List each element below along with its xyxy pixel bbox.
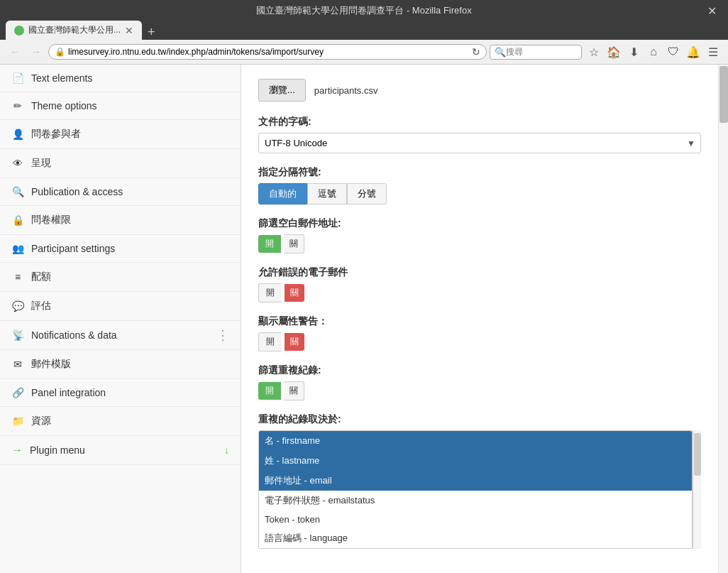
lock-icon: 🔒 xyxy=(11,214,24,226)
tabs-bar: 國立臺灣師範大學公用... ✕ + xyxy=(6,21,722,40)
window-title: 國立臺灣師範大學公用問卷調查平台 - Mozilla Firefox xyxy=(256,4,471,17)
dup-decide-label: 重複的紀錄取決於: xyxy=(258,413,701,426)
tab-close-button[interactable]: ✕ xyxy=(125,25,133,36)
main-scrollbar[interactable] xyxy=(718,65,728,573)
shield-button[interactable]: 🛡 xyxy=(664,43,683,61)
filter-blank-section: 篩選空白郵件地址: 開 關 xyxy=(258,217,701,253)
sidebar-item-quota[interactable]: ≡ 配額 xyxy=(0,263,241,292)
filter-dup-on-button[interactable]: 開 xyxy=(258,382,281,400)
list-item-emailstatus[interactable]: 電子郵件狀態 - emailstatus xyxy=(259,491,692,511)
back-button[interactable]: ← xyxy=(6,43,24,61)
sidebar-item-notifications[interactable]: 📡 Notifications & data ⋮ xyxy=(0,321,241,350)
drag-handle: ⋮ xyxy=(216,329,229,342)
main-scroll-thumb xyxy=(719,66,728,123)
sidebar-label-presentation: 呈現 xyxy=(31,157,51,170)
url-input[interactable] xyxy=(68,47,469,57)
sidebar-label-participant-settings: Participant settings xyxy=(31,243,115,254)
sidebar-item-participants[interactable]: 👤 問卷參與者 xyxy=(0,120,241,149)
filter-blank-off-button[interactable]: 關 xyxy=(284,234,304,253)
antenna-icon: 📡 xyxy=(11,329,24,341)
show-attr-on-button[interactable]: 開 xyxy=(258,332,282,351)
filter-dup-section: 篩選重複紀錄: 開 關 xyxy=(258,364,701,400)
list-item-token[interactable]: Token - token xyxy=(259,511,692,528)
browse-button[interactable]: 瀏覽... xyxy=(258,79,306,102)
title-bar: 國立臺灣師範大學公用問卷調查平台 - Mozilla Firefox ✕ xyxy=(6,4,722,21)
sidebar-label-publication: Publication & access xyxy=(31,186,123,197)
separator-section: 指定分隔符號: 自動的 逗號 分號 xyxy=(258,166,701,204)
show-attr-switch: 開 關 xyxy=(258,332,701,351)
link-icon: 🔗 xyxy=(11,387,24,398)
sidebar-label-email-templates: 郵件模版 xyxy=(31,358,71,371)
bookmark-button[interactable]: ☆ xyxy=(585,43,603,61)
allow-errors-section: 允許錯誤的電子郵件 開 關 xyxy=(258,266,701,302)
home-button[interactable]: ⌂ xyxy=(644,43,663,61)
sidebar-item-presentation[interactable]: 👁 呈現 xyxy=(0,149,241,178)
dup-list-box: 名 - firstname 姓 - lastname 郵件地址 - email … xyxy=(258,430,693,549)
allow-errors-switch: 開 關 xyxy=(258,283,701,302)
sidebar-item-resources[interactable]: 📁 資源 xyxy=(0,407,241,436)
charset-section: 文件的字碼: UTF-8 Unicode UTF-16 ISO-8859-1 ▼ xyxy=(258,116,701,153)
dup-decide-section: 重複的紀錄取決於: 名 - firstname 姓 - lastname 郵件地… xyxy=(258,413,701,549)
sidebar-label-assessment: 評估 xyxy=(31,300,51,312)
sidebar-item-permissions[interactable]: 🔒 問卷權限 xyxy=(0,206,241,235)
separator-comma-button[interactable]: 逗號 xyxy=(307,183,347,204)
reload-button[interactable]: ↻ xyxy=(472,46,480,58)
sidebar-label-permissions: 問卷權限 xyxy=(31,214,71,227)
charset-select[interactable]: UTF-8 Unicode UTF-16 ISO-8859-1 xyxy=(258,133,701,153)
list-item-firstname[interactable]: 名 - firstname xyxy=(259,431,692,451)
sidebar-label-text-elements: Text elements xyxy=(31,72,92,84)
nav-icons: ☆ 🏠 ⬇ ⌂ 🛡 🔔 ☰ xyxy=(585,43,722,61)
allow-errors-on-button[interactable]: 開 xyxy=(258,283,282,302)
filter-blank-switch: 開 關 xyxy=(258,234,701,253)
sidebar-label-notifications: Notifications & data xyxy=(31,329,117,341)
list-icon: ≡ xyxy=(11,271,24,283)
filter-dup-off-button[interactable]: 關 xyxy=(284,381,304,400)
sidebar-item-text-elements[interactable]: 📄 Text elements xyxy=(0,65,241,92)
separator-semicolon-button[interactable]: 分號 xyxy=(347,183,387,204)
dup-list-wrap: 名 - firstname 姓 - lastname 郵件地址 - email … xyxy=(258,430,701,549)
document-icon: 📄 xyxy=(11,72,24,84)
charset-label: 文件的字碼: xyxy=(258,116,701,129)
list-item-email[interactable]: 郵件地址 - email xyxy=(259,471,692,491)
sidebar-item-theme-options[interactable]: ✏ Theme options xyxy=(0,92,241,120)
separator-toggle-group: 自動的 逗號 分號 xyxy=(258,183,701,204)
sidebar-item-assessment[interactable]: 💬 評估 xyxy=(0,292,241,321)
new-tab-button[interactable]: + xyxy=(143,25,160,40)
sidebar-item-participant-settings[interactable]: 👥 Participant settings xyxy=(0,235,241,263)
reader-button[interactable]: 🏠 xyxy=(605,43,623,61)
bell-button[interactable]: 🔔 xyxy=(684,43,702,61)
plugin-arrow-icon: → xyxy=(11,444,23,457)
separator-label: 指定分隔符號: xyxy=(258,166,701,179)
tab-title: 國立臺灣師範大學公用... xyxy=(28,24,121,36)
sidebar-label-quota: 配額 xyxy=(31,271,51,283)
browser-chrome: 國立臺灣師範大學公用問卷調查平台 - Mozilla Firefox ✕ 國立臺… xyxy=(0,0,728,40)
menu-button[interactable]: ☰ xyxy=(704,43,722,61)
download-button[interactable]: ⬇ xyxy=(624,43,643,61)
search-icon: 🔍 xyxy=(495,47,506,58)
sidebar-item-panel-integration[interactable]: 🔗 Panel integration xyxy=(0,379,241,407)
active-tab[interactable]: 國立臺灣師範大學公用... ✕ xyxy=(6,21,142,40)
list-item-lastname[interactable]: 姓 - lastname xyxy=(259,451,692,471)
window-close-button[interactable]: ✕ xyxy=(707,4,717,18)
folder-icon: 📁 xyxy=(11,415,24,427)
content-area: 瀏覽... participants.csv 文件的字碼: UTF-8 Unic… xyxy=(241,65,718,573)
search-input[interactable] xyxy=(506,47,577,57)
scroll-thumb xyxy=(694,433,701,476)
show-attr-off-button[interactable]: 關 xyxy=(285,333,304,351)
list-scrollbar[interactable] xyxy=(693,430,701,549)
show-attr-label: 顯示屬性警告： xyxy=(258,315,701,328)
lock-icon: 🔒 xyxy=(55,47,65,57)
separator-auto-button[interactable]: 自動的 xyxy=(258,183,307,204)
filter-dup-switch: 開 關 xyxy=(258,381,701,400)
forward-button[interactable]: → xyxy=(27,43,45,61)
sidebar-item-publication[interactable]: 🔍 Publication & access xyxy=(0,178,241,206)
filter-blank-on-button[interactable]: 開 xyxy=(258,235,281,253)
navigation-bar: ← → 🔒 ↻ 🔍 ☆ 🏠 ⬇ ⌂ 🛡 🔔 ☰ xyxy=(0,40,728,65)
filter-blank-label: 篩選空白郵件地址: xyxy=(258,217,701,230)
sidebar-item-email-templates[interactable]: ✉ 郵件模版 xyxy=(0,350,241,379)
allow-errors-off-button[interactable]: 關 xyxy=(285,284,304,302)
list-item-language[interactable]: 語言編碼 - language xyxy=(259,528,692,548)
sidebar-item-plugin-menu[interactable]: → Plugin menu ↓ xyxy=(0,436,241,465)
sidebar-label-theme-options: Theme options xyxy=(31,100,97,111)
browse-row: 瀏覽... participants.csv xyxy=(258,79,701,102)
